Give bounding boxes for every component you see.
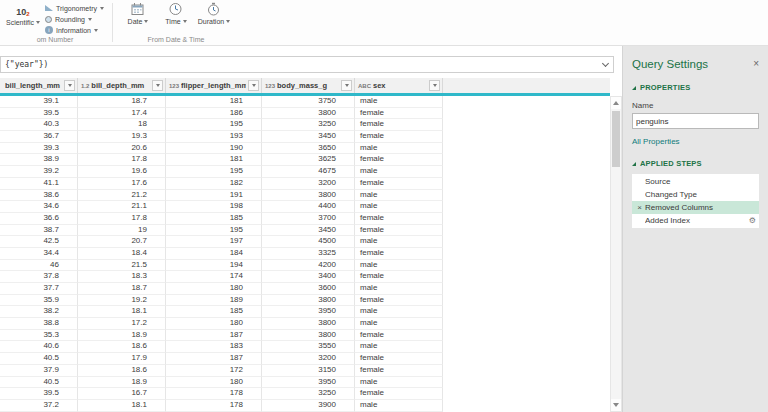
table-cell[interactable]: 3450 xyxy=(262,131,355,143)
table-cell[interactable]: 3325 xyxy=(262,248,355,260)
table-cell[interactable]: 194 xyxy=(166,260,262,272)
table-cell[interactable]: 3700 xyxy=(262,213,355,225)
vertical-scrollbar[interactable] xyxy=(610,96,622,412)
table-row[interactable]: 38.218.11853950male xyxy=(0,306,610,318)
formula-expand-button[interactable] xyxy=(597,57,613,72)
table-cell[interactable]: 17.8 xyxy=(78,213,166,225)
table-cell[interactable]: 3150 xyxy=(262,365,355,377)
table-cell[interactable]: 181 xyxy=(166,96,262,108)
table-cell[interactable]: female xyxy=(355,213,443,225)
scientific-button[interactable]: 102 Scientific xyxy=(4,1,42,26)
table-cell[interactable]: 37.9 xyxy=(0,365,78,377)
table-cell[interactable]: 39.5 xyxy=(0,108,78,120)
close-icon[interactable]: × xyxy=(753,59,759,69)
table-cell[interactable]: 37.8 xyxy=(0,271,78,283)
table-cell[interactable]: 38.9 xyxy=(0,154,78,166)
table-cell[interactable]: 18.6 xyxy=(78,365,166,377)
table-cell[interactable]: 3550 xyxy=(262,341,355,353)
table-cell[interactable]: 187 xyxy=(166,330,262,342)
table-cell[interactable]: 18.9 xyxy=(78,330,166,342)
table-cell[interactable]: 18.6 xyxy=(78,341,166,353)
table-cell[interactable]: male xyxy=(355,143,443,155)
table-cell[interactable]: 3800 xyxy=(262,190,355,202)
table-cell[interactable]: female xyxy=(355,119,443,131)
table-row[interactable]: 40.517.91873200female xyxy=(0,353,610,365)
table-cell[interactable]: 18.1 xyxy=(78,306,166,318)
table-row[interactable]: 37.718.71803600male xyxy=(0,283,610,295)
table-cell[interactable]: 3900 xyxy=(262,400,355,412)
table-cell[interactable]: 185 xyxy=(166,213,262,225)
table-cell[interactable]: 183 xyxy=(166,341,262,353)
table-cell[interactable]: 21.1 xyxy=(78,201,166,213)
table-cell[interactable]: 186 xyxy=(166,108,262,120)
table-cell[interactable]: 39.1 xyxy=(0,96,78,108)
filter-dropdown-button[interactable] xyxy=(152,80,163,91)
table-cell[interactable]: female xyxy=(355,271,443,283)
applied-step-source[interactable]: Source xyxy=(632,175,759,188)
table-cell[interactable]: 190 xyxy=(166,143,262,155)
scroll-up-button[interactable] xyxy=(611,97,621,109)
table-cell[interactable]: 182 xyxy=(166,178,262,190)
table-cell[interactable]: 3800 xyxy=(262,330,355,342)
table-cell[interactable]: 40.3 xyxy=(0,119,78,131)
table-cell[interactable]: 4500 xyxy=(262,236,355,248)
table-cell[interactable]: male xyxy=(355,341,443,353)
table-cell[interactable]: 187 xyxy=(166,353,262,365)
scroll-down-button[interactable] xyxy=(611,399,621,411)
table-cell[interactable]: male xyxy=(355,377,443,389)
table-cell[interactable]: 46 xyxy=(0,260,78,272)
table-cell[interactable]: 185 xyxy=(166,306,262,318)
table-cell[interactable]: 39.5 xyxy=(0,388,78,400)
filter-dropdown-button[interactable] xyxy=(248,80,259,91)
table-row[interactable]: 37.818.31743400female xyxy=(0,271,610,283)
table-row[interactable]: 35.318.91873800female xyxy=(0,330,610,342)
table-cell[interactable]: 40.5 xyxy=(0,353,78,365)
table-cell[interactable]: 3800 xyxy=(262,295,355,307)
table-row[interactable]: 40.518.91803950male xyxy=(0,377,610,389)
table-cell[interactable]: 4200 xyxy=(262,260,355,272)
table-row[interactable]: 34.621.11984400male xyxy=(0,201,610,213)
all-properties-link[interactable]: All Properties xyxy=(632,137,759,146)
table-cell[interactable]: 195 xyxy=(166,166,262,178)
delete-step-icon[interactable]: × xyxy=(634,203,645,212)
filter-dropdown-button[interactable] xyxy=(429,80,440,91)
table-cell[interactable]: female xyxy=(355,178,443,190)
table-row[interactable]: 35.919.21893800female xyxy=(0,295,610,307)
table-cell[interactable]: 3250 xyxy=(262,119,355,131)
rounding-button[interactable]: Rounding xyxy=(43,14,106,24)
column-header-bill_depth_mm[interactable]: 1.2bill_depth_mm xyxy=(78,78,166,93)
table-cell[interactable]: female xyxy=(355,108,443,120)
time-button[interactable]: Time xyxy=(157,1,195,25)
table-cell[interactable]: 174 xyxy=(166,271,262,283)
table-cell[interactable]: female xyxy=(355,353,443,365)
table-cell[interactable]: 38.7 xyxy=(0,225,78,237)
query-name-input[interactable] xyxy=(632,113,759,129)
table-cell[interactable]: 36.7 xyxy=(0,131,78,143)
table-cell[interactable]: 19.2 xyxy=(78,295,166,307)
table-cell[interactable]: 3250 xyxy=(262,388,355,400)
table-cell[interactable]: 197 xyxy=(166,236,262,248)
table-row[interactable]: 38.621.21913800male xyxy=(0,190,610,202)
table-row[interactable]: 36.719.31933450female xyxy=(0,131,610,143)
table-cell[interactable]: 195 xyxy=(166,119,262,131)
applied-step-removed-columns[interactable]: ×Removed Columns xyxy=(632,201,759,214)
table-cell[interactable]: female xyxy=(355,131,443,143)
table-cell[interactable]: 3750 xyxy=(262,96,355,108)
table-cell[interactable]: 198 xyxy=(166,201,262,213)
table-cell[interactable]: 181 xyxy=(166,154,262,166)
table-cell[interactable]: 40.6 xyxy=(0,341,78,353)
table-cell[interactable]: male xyxy=(355,166,443,178)
table-cell[interactable]: 19.6 xyxy=(78,166,166,178)
table-cell[interactable]: female xyxy=(355,225,443,237)
table-cell[interactable]: 21.5 xyxy=(78,260,166,272)
table-row[interactable]: 41.117.61823200female xyxy=(0,178,610,190)
applied-step-added-index[interactable]: Added Index⚙ xyxy=(632,214,759,227)
properties-section-header[interactable]: PROPERTIES xyxy=(632,83,759,92)
table-row[interactable]: 34.418.41843325female xyxy=(0,248,610,260)
table-cell[interactable]: 39.2 xyxy=(0,166,78,178)
table-cell[interactable]: 184 xyxy=(166,248,262,260)
table-cell[interactable]: 18.1 xyxy=(78,400,166,412)
table-cell[interactable]: 38.2 xyxy=(0,306,78,318)
table-row[interactable]: 39.320.61903650male xyxy=(0,143,610,155)
table-row[interactable]: 39.118.71813750male xyxy=(0,96,610,108)
